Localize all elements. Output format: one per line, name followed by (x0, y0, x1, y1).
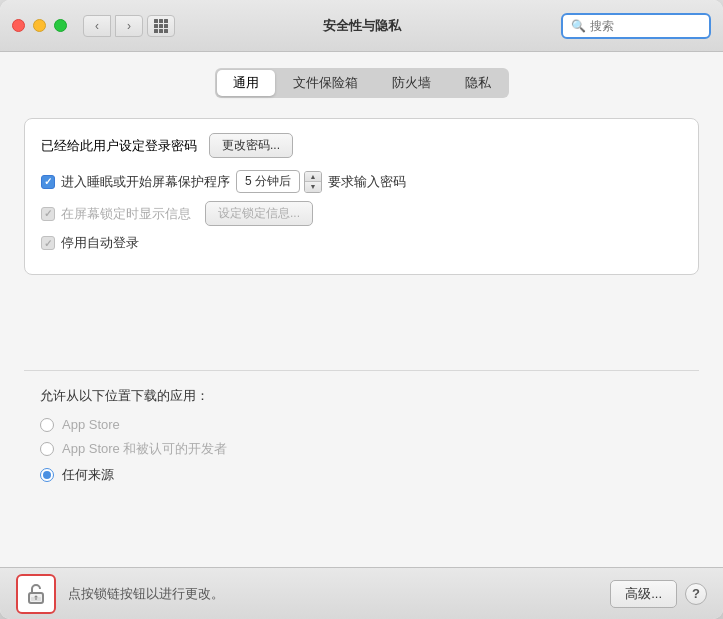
lock-info-button[interactable]: 设定锁定信息... (205, 201, 313, 226)
tab-group: 通用 文件保险箱 防火墙 隐私 (215, 68, 509, 98)
titlebar: ‹ › 安全性与隐私 🔍 (0, 0, 723, 52)
autologin-checkbox[interactable] (41, 236, 55, 250)
radio-anywhere[interactable] (40, 468, 54, 482)
radio-row-appstore: App Store (40, 417, 683, 432)
search-box[interactable]: 🔍 (561, 13, 711, 39)
lock-info-label: 在屏幕锁定时显示信息 (61, 205, 191, 223)
bottom-bar: 点按锁链按钮以进行更改。 高级... ? (0, 567, 723, 619)
radio-anywhere-label: 任何来源 (62, 466, 114, 484)
lock-icon (24, 582, 48, 606)
search-icon: 🔍 (571, 19, 586, 33)
allow-title: 允许从以下位置下载的应用： (40, 387, 683, 405)
search-input[interactable] (590, 19, 701, 33)
bottom-right: 高级... ? (610, 580, 707, 608)
lock-info-checkbox-row: 在屏幕锁定时显示信息 设定锁定信息... (41, 201, 682, 226)
close-button[interactable] (12, 19, 25, 32)
stepper-display: 5 分钟后 (236, 170, 300, 193)
tab-general[interactable]: 通用 (217, 70, 275, 96)
window-title: 安全性与隐私 (323, 17, 401, 35)
change-password-button[interactable]: 更改密码... (209, 133, 293, 158)
grid-icon (154, 19, 168, 33)
sleep-suffix: 要求输入密码 (328, 173, 406, 191)
password-section: 已经给此用户设定登录密码 更改密码... 进入睡眠或开始屏幕保护程序 5 分钟后… (24, 118, 699, 275)
sleep-checkbox-row: 进入睡眠或开始屏幕保护程序 5 分钟后 ▲ ▼ 要求输入密码 (41, 170, 682, 193)
minimize-button[interactable] (33, 19, 46, 32)
password-row: 已经给此用户设定登录密码 更改密码... (41, 133, 682, 158)
grid-button[interactable] (147, 15, 175, 37)
sleep-label: 进入睡眠或开始屏幕保护程序 (61, 173, 230, 191)
bottom-spacer (24, 492, 699, 567)
divider (24, 370, 699, 371)
nav-buttons: ‹ › (83, 15, 143, 37)
traffic-lights (12, 19, 67, 32)
lock-message: 点按锁链按钮以进行更改。 (68, 585, 224, 603)
stepper-arrows: ▲ ▼ (304, 171, 322, 193)
radio-appstore-devs-label: App Store 和被认可的开发者 (62, 440, 227, 458)
stepper-group: 5 分钟后 ▲ ▼ (236, 170, 322, 193)
maximize-button[interactable] (54, 19, 67, 32)
radio-row-anywhere: 任何来源 (40, 466, 683, 484)
help-button[interactable]: ? (685, 583, 707, 605)
autologin-label: 停用自动登录 (61, 234, 139, 252)
radio-appstore[interactable] (40, 418, 54, 432)
password-label: 已经给此用户设定登录密码 (41, 137, 197, 155)
radio-appstore-devs[interactable] (40, 442, 54, 456)
main-window: ‹ › 安全性与隐私 🔍 通用 文件保险箱 防火墙 隐私 (0, 0, 723, 619)
sleep-checkbox[interactable] (41, 175, 55, 189)
stepper-down[interactable]: ▼ (305, 182, 321, 192)
tab-firewall[interactable]: 防火墙 (376, 70, 447, 96)
lock-button[interactable] (16, 574, 56, 614)
back-button[interactable]: ‹ (83, 15, 111, 37)
tab-privacy[interactable]: 隐私 (449, 70, 507, 96)
tab-filevault[interactable]: 文件保险箱 (277, 70, 374, 96)
lock-info-checkbox[interactable] (41, 207, 55, 221)
forward-button[interactable]: › (115, 15, 143, 37)
radio-appstore-label: App Store (62, 417, 120, 432)
spacer (24, 287, 699, 362)
content-area: 通用 文件保险箱 防火墙 隐私 已经给此用户设定登录密码 更改密码... 进入睡… (0, 52, 723, 567)
advanced-button[interactable]: 高级... (610, 580, 677, 608)
allow-section: 允许从以下位置下载的应用： App Store App Store 和被认可的开… (24, 387, 699, 492)
tabs: 通用 文件保险箱 防火墙 隐私 (24, 68, 699, 98)
stepper-up[interactable]: ▲ (305, 172, 321, 182)
radio-row-appstore-devs: App Store 和被认可的开发者 (40, 440, 683, 458)
autologin-checkbox-row: 停用自动登录 (41, 234, 682, 252)
